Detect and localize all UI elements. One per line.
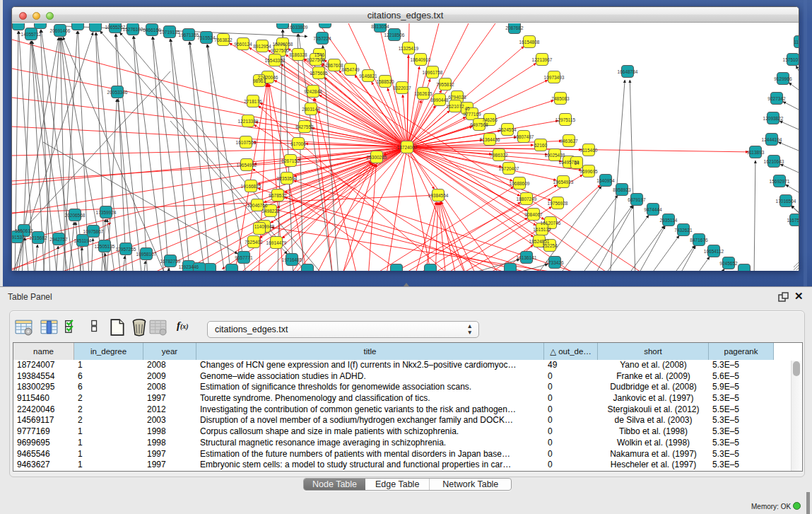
svg-text:1167533: 1167533 (787, 218, 799, 223)
svg-text:7625402: 7625402 (245, 240, 263, 245)
svg-text:62160: 62160 (534, 143, 547, 148)
svg-text:1451194: 1451194 (74, 238, 92, 243)
svg-text:2942757: 2942757 (49, 237, 68, 242)
svg-text:9657771: 9657771 (235, 255, 253, 260)
svg-text:15720407: 15720407 (499, 166, 519, 171)
svg-text:7515524: 7515524 (197, 35, 216, 40)
svg-text:19671355: 19671355 (179, 33, 199, 37)
svg-text:12213967: 12213967 (532, 57, 553, 62)
svg-text:9327500: 9327500 (271, 48, 289, 53)
svg-text:12353594: 12353594 (277, 176, 298, 181)
svg-text:9084067: 9084067 (524, 212, 543, 217)
svg-text:21364436: 21364436 (480, 137, 500, 142)
svg-text:19756928: 19756928 (548, 201, 568, 206)
svg-text:9327508: 9327508 (307, 57, 325, 62)
svg-text:7986322: 7986322 (490, 153, 508, 158)
svg-text:9660124: 9660124 (234, 42, 252, 47)
svg-text:10688609: 10688609 (510, 181, 530, 186)
svg-text:20206568: 20206568 (65, 213, 86, 218)
svg-text:16210643: 16210643 (764, 159, 784, 164)
svg-text:9699695: 9699695 (579, 169, 598, 174)
svg-text:19384554: 19384554 (428, 193, 449, 198)
svg-text:10719135: 10719135 (160, 30, 180, 35)
svg-text:8990448: 8990448 (430, 98, 449, 103)
svg-text:11923446: 11923446 (179, 264, 199, 269)
svg-text:11409948: 11409948 (254, 224, 275, 229)
svg-text:9146821: 9146821 (359, 74, 377, 78)
svg-text:1621072: 1621072 (446, 104, 464, 109)
svg-text:8267150: 8267150 (281, 158, 300, 163)
svg-text:9115460: 9115460 (580, 148, 598, 153)
svg-text:20053346: 20053346 (107, 90, 128, 95)
svg-text:19716485: 19716485 (282, 257, 302, 262)
svg-text:18724007: 18724007 (397, 145, 418, 150)
svg-text:1215682: 1215682 (29, 235, 47, 240)
svg-text:19654952: 19654952 (237, 163, 257, 168)
svg-text:1733426: 1733426 (546, 260, 564, 265)
svg-text:2803144: 2803144 (302, 107, 320, 112)
svg-text:16914479: 16914479 (266, 240, 287, 245)
svg-text:17359924: 17359924 (96, 210, 117, 215)
svg-text:9129966: 9129966 (774, 76, 792, 81)
svg-text:64: 64 (574, 160, 579, 165)
svg-text:16033809: 16033809 (288, 25, 308, 30)
svg-text:17016504: 17016504 (776, 199, 796, 204)
svg-text:16648784: 16648784 (618, 69, 638, 74)
svg-text:1588520: 1588520 (376, 79, 394, 84)
svg-text:12093822: 12093822 (763, 116, 784, 121)
svg-text:9463627: 9463627 (560, 139, 578, 144)
svg-text:9113893: 9113893 (747, 150, 765, 155)
svg-text:25300285: 25300285 (367, 155, 387, 160)
svg-text:6794028: 6794028 (448, 95, 466, 100)
svg-text:10654112: 10654112 (704, 249, 724, 254)
svg-text:7663822: 7663822 (214, 37, 233, 42)
svg-text:16107553: 16107553 (236, 140, 257, 145)
svg-text:18807249: 18807249 (517, 197, 537, 201)
svg-text:9242848: 9242848 (304, 89, 322, 94)
svg-text:1546: 1546 (314, 52, 325, 57)
svg-text:6879197: 6879197 (628, 197, 646, 202)
svg-text:19654923: 19654923 (553, 180, 574, 185)
svg-text:8471676: 8471676 (690, 238, 708, 243)
svg-text:16120746: 16120746 (541, 221, 561, 226)
svg-text:18640910: 18640910 (411, 57, 431, 62)
svg-text:10046766: 10046766 (247, 203, 268, 208)
svg-text:19166825: 19166825 (241, 184, 261, 189)
svg-text:16543352: 16543352 (265, 58, 286, 63)
svg-text:12213389: 12213389 (238, 119, 259, 124)
svg-text:7485083: 7485083 (551, 96, 570, 101)
svg-text:2087682: 2087682 (505, 25, 524, 30)
svg-text:7357224: 7357224 (313, 36, 331, 41)
svg-text:15751074: 15751074 (783, 57, 799, 62)
svg-text:6497568: 6497568 (470, 122, 488, 127)
svg-text:12975115: 12975115 (555, 117, 576, 122)
svg-text:3498222: 3498222 (261, 209, 280, 214)
svg-text:5550612: 5550612 (15, 228, 33, 233)
svg-text:8678532: 8678532 (269, 193, 287, 198)
svg-text:12505135: 12505135 (95, 244, 115, 249)
svg-text:2867608: 2867608 (325, 63, 343, 68)
svg-text:8427552: 8427552 (295, 124, 314, 129)
svg-text:2718176: 2718176 (244, 99, 262, 104)
svg-text:14055712: 14055712 (21, 32, 42, 37)
svg-text:16782759: 16782759 (160, 259, 181, 264)
svg-text:10025438: 10025438 (545, 153, 565, 158)
svg-text:11173: 11173 (794, 40, 799, 45)
svg-text:8454749: 8454749 (341, 67, 360, 72)
svg-text:10807487: 10807487 (514, 134, 534, 139)
svg-text:8958923: 8958923 (613, 187, 631, 192)
svg-text:1640954: 1640954 (596, 178, 615, 183)
svg-text:8912954: 8912954 (253, 44, 271, 49)
svg-text:1615132: 1615132 (533, 227, 551, 232)
svg-text:15276102: 15276102 (123, 27, 143, 32)
svg-text:252254: 252254 (542, 243, 558, 248)
svg-text:10973493: 10973493 (544, 75, 565, 80)
svg-text:746266: 746266 (482, 117, 498, 122)
svg-text:8322037: 8322037 (393, 86, 411, 90)
svg-text:45: 45 (464, 106, 470, 111)
svg-text:9777169: 9777169 (463, 112, 481, 117)
svg-text:15692971: 15692971 (770, 179, 790, 184)
svg-text:11325419: 11325419 (399, 46, 419, 51)
svg-text:20691406: 20691406 (50, 28, 71, 33)
svg-text:14136141: 14136141 (517, 255, 537, 260)
